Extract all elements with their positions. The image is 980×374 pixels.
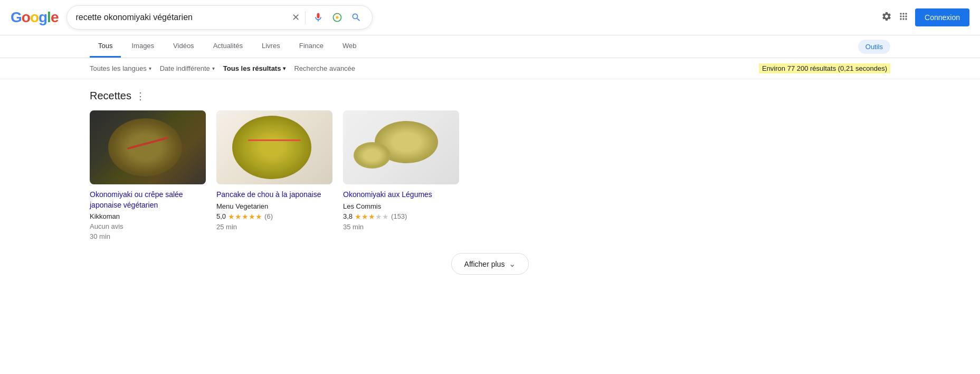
connexion-button[interactable]: Connexion [915,8,969,26]
recipe-image-1[interactable] [90,110,206,184]
clear-icon[interactable]: ✕ [292,12,300,23]
more-options-icon[interactable]: ⋮ [136,90,146,102]
tab-images[interactable]: Images [123,35,163,58]
recipe-card-2: Pancake de chou à la japonaise Menu Vege… [216,110,332,240]
filter-resultats[interactable]: Tous les résultats ▾ [223,64,286,72]
google-logo[interactable]: Google [11,9,58,26]
rating-count-3: (153) [391,212,407,220]
rating-value-3: 3,8 [343,212,353,220]
recipe-image-2[interactable] [216,110,332,184]
recipe-thumbnail-3 [343,110,459,184]
recipe-thumbnail-2 [216,110,332,184]
search-button[interactable] [349,10,364,25]
nav-tabs: Tous Images Vidéos Actualités Livres Fin… [0,35,980,58]
header: Google recette okonomiyaki végétarien ✕ [0,0,980,35]
recipe-source-3: Les Commis [343,202,459,210]
chevron-down-icon: ⌄ [509,259,516,269]
chevron-down-icon: ▾ [149,66,151,71]
recipe-source-2: Menu Vegetarien [216,202,332,210]
recipe-link-2[interactable]: Pancake de chou à la japonaise [216,190,332,200]
recipe-time-3: 35 min [343,223,459,231]
recherche-avancee-link[interactable]: Recherche avancée [294,64,355,72]
tab-videos[interactable]: Vidéos [165,35,203,58]
recettes-header: Recettes ⋮ [90,90,890,102]
chevron-down-icon: ▾ [283,66,286,71]
search-icons [311,10,364,25]
search-input[interactable]: recette okonomiyaki végétarien [75,13,287,22]
afficher-plus-button[interactable]: Afficher plus ⌄ [451,253,529,275]
search-bar: recette okonomiyaki végétarien ✕ [66,5,373,30]
recipe-avis-1: Aucun avis [90,222,206,230]
recipe-thumbnail-1 [90,110,206,184]
afficher-plus-label: Afficher plus [464,260,505,268]
rating-value-2: 5,0 [216,212,226,220]
recipe-rating-2: 5,0 ★★★★★ (6) [216,212,332,221]
recipe-time-2: 25 min [216,223,332,231]
tab-finance[interactable]: Finance [291,35,332,58]
tab-web[interactable]: Web [334,35,365,58]
filter-bar: Toutes les langues ▾ Date indifférente ▾… [0,58,980,79]
outils-button[interactable]: Outils [858,40,890,54]
chevron-down-icon: ▾ [212,66,215,71]
apps-icon[interactable] [898,11,909,24]
recipe-rating-3: 3,8 ★★★★★ (153) [343,212,459,221]
recipe-link-3[interactable]: Okonomiyaki aux Légumes [343,190,459,200]
main-content: Recettes ⋮ Okonomiyaki ou crêpe salée ja… [0,79,980,285]
recipe-image-3[interactable] [343,110,459,184]
filter-date[interactable]: Date indifférente ▾ [160,64,215,72]
lens-icon[interactable] [330,10,345,25]
header-right: Connexion [881,8,969,26]
tab-livres[interactable]: Livres [253,35,289,58]
stars-2: ★★★★★ [228,212,262,221]
search-divider [305,11,306,24]
recipe-time-1: 30 min [90,232,206,240]
microphone-icon[interactable] [311,10,326,25]
tab-tous[interactable]: Tous [90,35,121,58]
recipe-card-1: Okonomiyaki ou crêpe salée japonaise vég… [90,110,206,240]
afficher-plus-container: Afficher plus ⌄ [90,253,890,275]
rating-count-2: (6) [264,212,273,220]
tab-actualites[interactable]: Actualités [205,35,251,58]
recettes-title: Recettes [90,90,131,102]
filter-langues[interactable]: Toutes les langues ▾ [90,64,151,72]
recipe-cards: Okonomiyaki ou crêpe salée japonaise vég… [90,110,890,240]
recipe-source-1: Kikkoman [90,212,206,220]
recipe-link-1[interactable]: Okonomiyaki ou crêpe salée japonaise vég… [90,190,206,210]
svg-point-0 [336,16,339,19]
result-count: Environ 77 200 résultats (0,21 secondes) [759,63,890,73]
stars-3: ★★★★★ [355,212,389,221]
recipe-card-3: Okonomiyaki aux Légumes Les Commis 3,8 ★… [343,110,459,240]
settings-icon[interactable] [881,11,892,24]
